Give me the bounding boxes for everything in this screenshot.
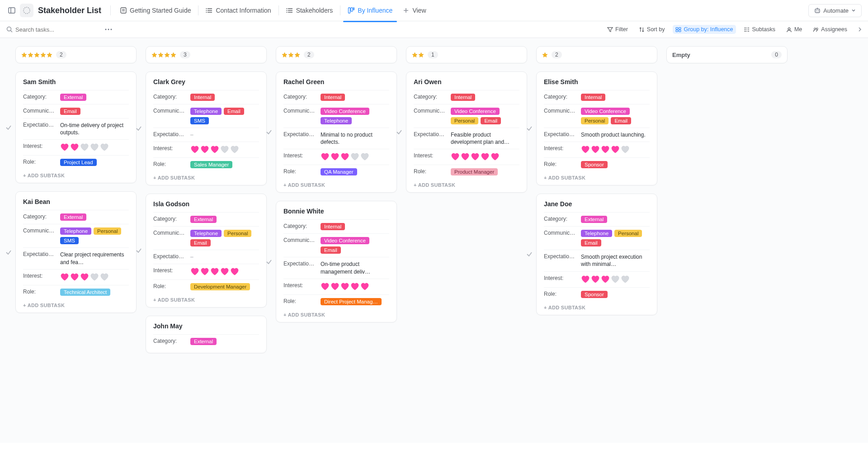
tag[interactable]: Video Conference — [321, 237, 369, 244]
add-view-button[interactable]: View — [398, 4, 430, 17]
tag[interactable]: Internal — [321, 223, 345, 230]
toolbar-me[interactable]: Me — [783, 25, 805, 34]
check-icon[interactable] — [396, 129, 402, 135]
add-subtask-button[interactable]: + ADD SUBTASK — [283, 312, 389, 317]
stakeholder-card[interactable]: John May Category: External — [146, 316, 267, 353]
tag[interactable]: Telephone — [60, 227, 91, 235]
tag[interactable]: SMS — [190, 117, 209, 124]
tag[interactable]: Sales Manager — [190, 161, 232, 168]
tag[interactable]: Email — [581, 239, 601, 246]
tab-contact-information[interactable]: Contact Information — [201, 4, 275, 17]
tag[interactable]: External — [60, 213, 86, 221]
column-header[interactable]: 1 — [406, 46, 527, 63]
stakeholder-card[interactable]: Kai Bean Category: External Communic… Te… — [15, 191, 137, 313]
automate-button[interactable]: Automate — [808, 4, 862, 17]
check-icon[interactable] — [266, 129, 272, 135]
column-header[interactable]: 2 — [276, 46, 397, 63]
check-icon[interactable] — [136, 125, 142, 132]
tag[interactable]: Sponsor — [581, 291, 608, 298]
toolbar-subtasks[interactable]: Subtasks — [741, 25, 778, 34]
check-icon[interactable] — [266, 259, 272, 265]
tag[interactable]: Personal — [581, 117, 609, 124]
tag[interactable]: Telephone — [190, 230, 222, 237]
field-value: External — [190, 338, 259, 345]
tag[interactable]: Email — [224, 108, 244, 115]
tag[interactable]: Project Lead — [60, 159, 97, 166]
show-more-icon[interactable] — [856, 27, 862, 32]
field-label: Communic… — [283, 108, 317, 114]
toolbar-filter[interactable]: Filter — [604, 25, 631, 34]
tag[interactable]: External — [190, 216, 217, 223]
check-icon[interactable] — [136, 247, 142, 254]
toolbar-group[interactable]: Group by: Influence — [673, 25, 736, 34]
tag[interactable]: Telephone — [190, 108, 222, 115]
add-subtask-button[interactable]: + ADD SUBTASK — [23, 303, 129, 308]
column-header[interactable]: Empty0 — [666, 46, 788, 63]
add-subtask-button[interactable]: + ADD SUBTASK — [414, 182, 519, 188]
tag[interactable]: Email — [60, 108, 80, 115]
tag[interactable]: Sponsor — [581, 161, 608, 168]
stakeholder-card[interactable]: Clark Grey Category: Internal Communic… … — [146, 71, 267, 185]
field-value: External — [60, 94, 129, 101]
tag[interactable]: Email — [611, 117, 631, 124]
add-subtask-button[interactable]: + ADD SUBTASK — [544, 175, 650, 180]
tag[interactable]: External — [581, 216, 607, 223]
field-label: Interest: — [23, 143, 57, 149]
tag[interactable]: Telephone — [581, 230, 612, 237]
tag[interactable]: External — [60, 94, 86, 101]
tag[interactable]: Email — [481, 117, 501, 124]
add-subtask-button[interactable]: + ADD SUBTASK — [544, 305, 650, 310]
field-value: On-time product management deliv… — [321, 261, 389, 275]
tag[interactable]: Email — [321, 246, 341, 254]
tab-by-influence[interactable]: By Influence — [343, 4, 397, 17]
tag[interactable]: Personal — [224, 230, 251, 237]
tag[interactable]: Internal — [451, 94, 475, 101]
stakeholder-card[interactable]: Bonnie White Category: Internal Communic… — [276, 201, 397, 322]
tag[interactable]: Email — [190, 239, 211, 246]
tag[interactable]: Internal — [190, 94, 215, 101]
tag[interactable]: Personal — [451, 117, 478, 124]
tag[interactable]: Video Conference — [321, 108, 369, 115]
toolbar-assignees[interactable]: Assignees — [810, 25, 850, 34]
tag[interactable]: SMS — [60, 237, 79, 244]
tag[interactable]: Technical Architect — [60, 289, 110, 296]
tag[interactable]: Video Conference — [581, 108, 630, 115]
tag[interactable]: Video Conference — [451, 108, 500, 115]
tag[interactable]: External — [190, 338, 217, 345]
tab-getting-started-guide[interactable]: Getting Started Guide — [115, 4, 195, 17]
field-value — [60, 143, 129, 152]
stakeholder-card[interactable]: Sam Smith Category: External Communic… E… — [15, 71, 137, 183]
check-icon[interactable] — [5, 124, 12, 131]
search-input[interactable] — [15, 26, 79, 33]
tag[interactable]: Product Manager — [451, 168, 498, 175]
tag[interactable]: Telephone — [321, 117, 352, 124]
add-subtask-button[interactable]: + ADD SUBTASK — [153, 297, 259, 303]
stakeholder-card[interactable]: Ari Owen Category: Internal Communic… Vi… — [406, 71, 527, 193]
stakeholder-card[interactable]: Rachel Green Category: Internal Communic… — [276, 71, 397, 193]
add-subtask-button[interactable]: + ADD SUBTASK — [23, 173, 129, 178]
toolbar-sort[interactable]: Sort by — [636, 25, 668, 34]
column-header[interactable]: 2 — [536, 46, 657, 63]
add-subtask-button[interactable]: + ADD SUBTASK — [283, 182, 389, 188]
column-header[interactable]: 2 — [15, 46, 137, 63]
tab-stakeholders[interactable]: Stakeholders — [282, 4, 338, 17]
check-icon[interactable] — [526, 251, 533, 257]
field-label: Expectatio… — [23, 251, 57, 257]
tag[interactable]: Internal — [321, 94, 345, 101]
stakeholder-card[interactable]: Isla Godson Category: External Communic…… — [146, 194, 267, 308]
more-icon[interactable] — [103, 27, 114, 32]
stakeholder-card[interactable]: Elise Smith Category: Internal Communic…… — [536, 71, 657, 185]
tag[interactable]: QA Manager — [321, 168, 357, 175]
check-icon[interactable] — [526, 125, 533, 132]
tag[interactable]: Personal — [614, 230, 642, 237]
stakeholder-card[interactable]: Jane Doe Category: External Communic… Te… — [536, 194, 657, 315]
sidebar-toggle-icon[interactable] — [6, 5, 17, 16]
field-value — [190, 145, 259, 154]
tag[interactable]: Direct Project Manag… — [321, 298, 382, 305]
add-subtask-button[interactable]: + ADD SUBTASK — [153, 175, 259, 180]
check-icon[interactable] — [5, 249, 12, 256]
tag[interactable]: Development Manager — [190, 283, 250, 290]
tag[interactable]: Personal — [94, 227, 121, 235]
tag[interactable]: Internal — [581, 94, 605, 101]
column-header[interactable]: 3 — [146, 46, 267, 63]
